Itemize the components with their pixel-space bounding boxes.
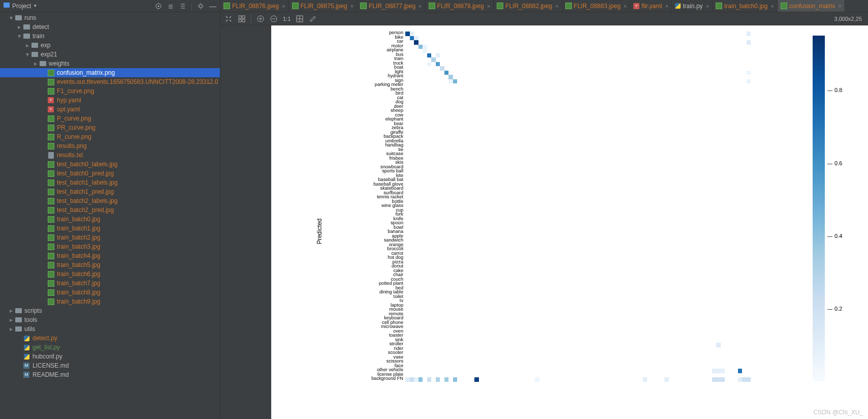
color-picker-icon[interactable] xyxy=(309,15,317,23)
grid-bg-icon[interactable] xyxy=(296,15,304,23)
zoom-1-1-button[interactable]: 1:1 xyxy=(283,16,291,22)
chart-tick-label: person xyxy=(317,31,403,35)
tab[interactable]: train_batch0.jpg× xyxy=(713,0,778,12)
close-icon[interactable]: × xyxy=(419,3,422,9)
svg-rect-5 xyxy=(242,16,245,18)
tree-file[interactable]: hyp.yaml xyxy=(0,96,220,105)
tree-file[interactable]: R_curve.png xyxy=(0,132,220,141)
tree-folder-exp21[interactable]: ▾exp21 xyxy=(0,50,220,59)
tab[interactable]: FLIR_08882.jpeg× xyxy=(494,0,562,12)
tree-file[interactable]: train_batch1.jpg xyxy=(0,224,220,233)
tree-folder-tools[interactable]: ▸tools xyxy=(0,315,220,324)
tree-file[interactable]: train_batch2.jpg xyxy=(0,233,220,242)
zoom-out-icon[interactable] xyxy=(270,15,278,23)
close-icon[interactable]: × xyxy=(487,3,490,9)
project-icon xyxy=(3,2,10,10)
expand-all-icon[interactable] xyxy=(167,2,175,10)
heatmap-cell xyxy=(721,377,725,382)
tree-label: runs xyxy=(24,14,36,21)
tree-file[interactable]: train_batch0.jpg xyxy=(0,215,220,224)
tree-folder-scripts[interactable]: ▸scripts xyxy=(0,306,220,315)
gear-icon[interactable] xyxy=(197,2,205,10)
tree-label: test_batch0_labels.jpg xyxy=(57,161,117,168)
tab[interactable]: FLIR_08877.jpeg× xyxy=(357,0,426,12)
tree-file-license[interactable]: LICENSE.md xyxy=(0,361,220,370)
heatmap-cell xyxy=(410,377,414,382)
tree-folder-runs[interactable]: ▾runs xyxy=(0,13,220,22)
image-icon xyxy=(497,3,503,9)
tree-file[interactable]: events.out.tfevents.1658750583.UNNCITT20… xyxy=(0,77,220,86)
tree-file[interactable]: train_batch6.jpg xyxy=(0,270,220,279)
close-icon[interactable]: × xyxy=(839,3,842,9)
tree-file[interactable]: train_batch5.jpg xyxy=(0,260,220,270)
tree-label: test_batch1_pred.jpg xyxy=(57,188,114,195)
close-icon[interactable]: × xyxy=(706,3,709,9)
tree-file[interactable]: F1_curve.png xyxy=(0,86,220,96)
tab-label: FLIR_08877.jpeg xyxy=(369,3,415,10)
python-icon xyxy=(22,352,30,361)
tree-file[interactable]: test_batch1_pred.jpg xyxy=(0,187,220,196)
tree-file[interactable]: results.txt xyxy=(0,151,220,160)
heatmap-cell xyxy=(453,79,458,84)
file-tree[interactable]: ▾runs ▸detect ▾train ▸exp ▾exp21 ▸weight… xyxy=(0,12,220,419)
zoom-in-icon[interactable] xyxy=(256,15,265,23)
close-icon[interactable]: × xyxy=(624,3,627,9)
tree-file-getlistpy[interactable]: get_list.py xyxy=(0,343,220,352)
tree-file[interactable]: confusion_matrix.png xyxy=(0,68,220,77)
tree-label: train_batch0.jpg xyxy=(57,216,100,223)
heatmap-cell xyxy=(427,62,432,67)
tree-folder-utils[interactable]: ▸utils xyxy=(0,324,220,334)
close-icon[interactable]: × xyxy=(665,3,668,9)
tree-folder-weights[interactable]: ▸weights xyxy=(0,59,220,68)
tree-folder-train[interactable]: ▾train xyxy=(0,32,220,41)
tree-file[interactable]: test_batch1_labels.jpg xyxy=(0,178,220,187)
chart-tick-label: elephant xyxy=(317,117,403,122)
tab[interactable]: FLIR_08876.jpeg× xyxy=(220,0,289,12)
heatmap-cell xyxy=(423,49,427,53)
colorbar-tick: 0.8 xyxy=(827,87,842,93)
tab[interactable]: FLIR_08883.jpeg× xyxy=(562,0,631,12)
chevron-down-icon: ▼ xyxy=(33,4,37,8)
tree-file-readme[interactable]: README.md xyxy=(0,370,220,379)
tree-file[interactable]: PR_curve.png xyxy=(0,123,220,132)
tree-file[interactable]: results.png xyxy=(0,141,220,151)
yaml-icon xyxy=(47,96,55,104)
tree-label: train xyxy=(33,33,44,40)
collapse-all-icon[interactable] xyxy=(179,2,187,10)
fit-icon[interactable] xyxy=(224,15,233,23)
grid-icon[interactable] xyxy=(238,15,246,23)
chart-tick-label: hydrant xyxy=(317,74,403,78)
tree-file[interactable]: P_curve.png xyxy=(0,114,220,123)
locate-icon[interactable] xyxy=(154,2,163,10)
tab[interactable]: confusion_matrix× xyxy=(778,0,845,12)
tree-folder-detect[interactable]: ▸detect xyxy=(0,22,220,32)
tab[interactable]: train.py× xyxy=(672,0,713,12)
tab[interactable]: FLIR_08875.jpeg× xyxy=(289,0,358,12)
tree-file[interactable]: train_batch9.jpg xyxy=(0,297,220,306)
close-icon[interactable]: × xyxy=(350,3,353,9)
tree-file[interactable]: test_batch2_pred.jpg xyxy=(0,205,220,215)
close-icon[interactable]: × xyxy=(770,3,774,9)
chevron-right-icon: ▸ xyxy=(8,325,14,333)
tree-file-detectpy[interactable]: detect.py xyxy=(0,334,220,343)
tab[interactable]: FLIR_08879.jpeg× xyxy=(426,0,494,12)
tree-file[interactable]: train_batch3.jpg xyxy=(0,242,220,251)
image-view[interactable]: Predicted personbikecarmotorairplanebust… xyxy=(220,25,868,419)
tab[interactable]: flir.yaml× xyxy=(630,0,672,12)
tree-file[interactable]: opt.yaml xyxy=(0,105,220,114)
image-icon xyxy=(429,3,435,9)
tree-file[interactable]: train_batch4.jpg xyxy=(0,251,220,260)
tree-file[interactable]: train_batch8.jpg xyxy=(0,288,220,297)
close-icon[interactable]: × xyxy=(555,3,558,9)
tree-file-hubconf[interactable]: hubconf.py xyxy=(0,352,220,361)
tree-file[interactable]: train_batch7.jpg xyxy=(0,279,220,288)
tree-file[interactable]: test_batch2_labels.jpg xyxy=(0,196,220,205)
image-icon xyxy=(292,3,299,9)
close-icon[interactable]: × xyxy=(282,3,285,9)
chart-colorbar-ticks: 0.80.60.40.2 xyxy=(827,36,843,381)
tree-folder-exp[interactable]: ▸exp xyxy=(0,41,220,50)
tree-file[interactable]: test_batch0_pred.jpg xyxy=(0,169,220,178)
tree-file[interactable]: test_batch0_labels.jpg xyxy=(0,160,220,169)
project-title-button[interactable]: Project ▼ xyxy=(3,2,37,10)
minimize-icon[interactable]: — xyxy=(209,2,217,10)
